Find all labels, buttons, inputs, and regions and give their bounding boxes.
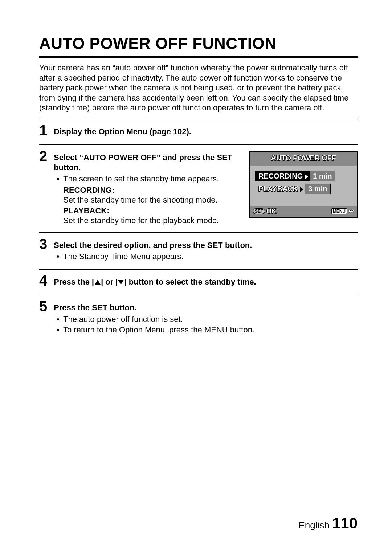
step-bullet: The screen to set the standby time appea… bbox=[63, 174, 242, 184]
step-number: 3 bbox=[39, 237, 54, 251]
step-bullet: The auto power off function is set. bbox=[63, 314, 358, 324]
lcd-set-ok: SET OK bbox=[253, 208, 276, 215]
intro-paragraph: Your camera has an “auto power off” func… bbox=[39, 63, 358, 113]
triangle-right-icon bbox=[300, 184, 305, 194]
page-footer: English 110 bbox=[298, 515, 358, 532]
step-5: 5 Press the SET button. The auto power o… bbox=[39, 295, 358, 342]
step-number: 5 bbox=[39, 299, 54, 314]
playback-label: PLAYBACK: bbox=[63, 206, 242, 216]
step-heading: Press the [] or [] button to select the … bbox=[54, 277, 358, 287]
return-icon: ↩ bbox=[348, 207, 354, 215]
step-heading: Select the desired option, and press the… bbox=[54, 240, 358, 250]
step-1: 1 Display the Option Menu (page 102). bbox=[39, 119, 358, 145]
lcd-row-playback: PLAYBACK 3 min bbox=[255, 184, 352, 194]
recording-text: Set the standby time for the shooting mo… bbox=[63, 195, 242, 205]
page-title: AUTO POWER OFF FUNCTION bbox=[39, 34, 358, 53]
step-2: 2 Select “AUTO POWER OFF” and press the … bbox=[39, 145, 358, 232]
step-number: 1 bbox=[39, 123, 54, 138]
step-4: 4 Press the [] or [] button to select th… bbox=[39, 270, 358, 295]
title-rule bbox=[39, 56, 358, 58]
step-3: 3 Select the desired option, and press t… bbox=[39, 233, 358, 269]
set-chip-icon: SET bbox=[253, 208, 265, 214]
lcd-row-recording: RECORDING 1 min bbox=[255, 171, 352, 181]
menu-chip-icon: MENU bbox=[331, 208, 347, 214]
step-heading: Select “AUTO POWER OFF” and press the SE… bbox=[54, 152, 242, 172]
lcd-title: AUTO POWER OFF bbox=[250, 152, 357, 166]
lcd-row-value: 3 min bbox=[305, 184, 330, 194]
footer-language: English bbox=[298, 520, 329, 531]
step-bullet: To return to the Option Menu, press the … bbox=[63, 325, 358, 335]
step-heading: Display the Option Menu (page 102). bbox=[54, 127, 358, 137]
step4-text-c: ] button to select the standby time. bbox=[124, 277, 256, 286]
lcd-row-value: 1 min bbox=[310, 171, 335, 181]
step4-text-b: ] or [ bbox=[101, 277, 118, 286]
step-bullet: The Standby Time Menu appears. bbox=[63, 252, 358, 262]
playback-text: Set the standby time for the playback mo… bbox=[63, 216, 242, 226]
lcd-screenshot: AUTO POWER OFF RECORDING 1 min PLAYBACK … bbox=[249, 151, 358, 218]
lcd-row-label: PLAYBACK bbox=[255, 184, 300, 194]
step4-text-a: Press the [ bbox=[54, 277, 95, 286]
ok-label: OK bbox=[266, 208, 276, 215]
lcd-row-label: RECORDING bbox=[255, 171, 305, 181]
recording-label: RECORDING: bbox=[63, 185, 242, 195]
triangle-right-icon bbox=[305, 171, 310, 181]
step-number: 4 bbox=[39, 273, 54, 288]
triangle-up-icon bbox=[95, 280, 101, 285]
lcd-menu-return: MENU ↩ bbox=[331, 207, 354, 215]
footer-page-number: 110 bbox=[332, 515, 358, 532]
step-number: 2 bbox=[39, 149, 54, 163]
step-heading: Press the SET button. bbox=[54, 303, 358, 313]
triangle-down-icon bbox=[118, 280, 124, 285]
